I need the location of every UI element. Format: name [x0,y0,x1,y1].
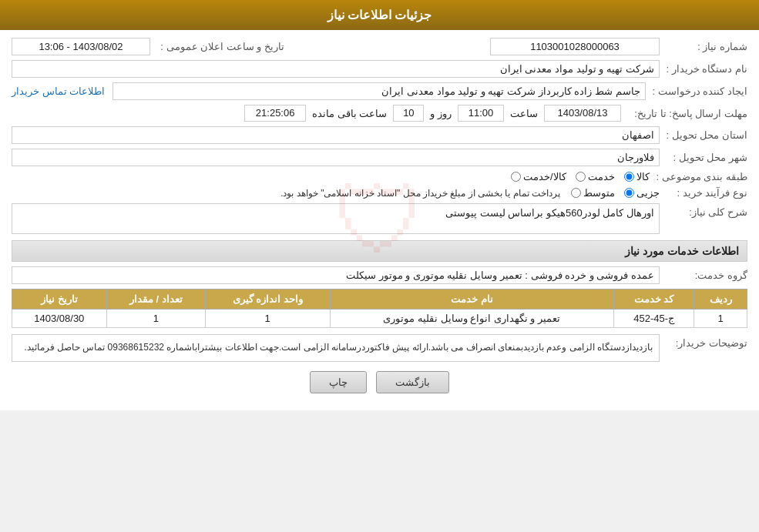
reply-deadline-label: مهلت ارسال پاسخ: تا تاریخ: [624,108,747,119]
reply-date: 1403/08/13 [544,105,621,122]
row-need-description: شرح کلی نیاز: اورهال کامل لودر560هیکو بر… [12,203,747,234]
cell-unit: 1 [205,309,330,328]
reply-remaining-label: ساعت باقی مانده [312,108,387,119]
back-button[interactable]: بازگشت [376,371,449,393]
need-description-value: اورهال کامل لودر560هیکو براساس لیست پیوس… [12,203,660,234]
row-service-group: گروه خدمت: عمده فروشی و خرده فروشی : تعم… [12,266,747,284]
col-code: کد خدمت [613,289,694,309]
services-section-header: اطلاعات خدمات مورد نیاز [12,240,747,262]
table-row: 1ج-45-452تعمیر و نگهداری انواع وسایل نقل… [12,309,747,328]
row-process-type: نوع فرآیند خرید : متوسط جزیی پرداخت تمام… [12,187,747,199]
row-buyer-notes: توضیحات خریدار: بازدیدازدستگاه الزامی وع… [12,334,747,362]
page-title: جزئیات اطلاعات نیاز [0,0,759,30]
creator-label: ایجاد کننده درخواست : [649,85,747,97]
print-button[interactable]: چاپ [310,371,367,393]
cell-quantity: 1 [106,309,205,328]
row-creator: ایجاد کننده درخواست : جاسم شط زاده کاربر… [12,82,747,100]
service-group-value: عمده فروشی و خرده فروشی : تعمیر وسایل نق… [12,266,660,284]
page-wrapper: جزئیات اطلاعات نیاز 🛡 شماره نیاز : 11030… [0,0,759,410]
row-need-number: شماره نیاز : 1103001028000063 تاریخ و سا… [12,38,747,55]
buyer-org-label: نام دستگاه خریدار : [663,63,747,75]
col-quantity: تعداد / مقدار [106,289,205,309]
reply-remaining: 21:25:06 [244,105,306,122]
col-unit: واحد اندازه گیری [205,289,330,309]
creator-value: جاسم شط زاده کاربرداز شرکت تهیه و تولید … [113,82,645,100]
row-buyer-org: نام دستگاه خریدار : شرکت تهیه و تولید مو… [12,60,747,78]
province-label: استان محل تحویل : [663,129,747,141]
announce-datetime-label: تاریخ و ساعت اعلان عمومی : [153,41,284,52]
need-number-label: شماره نیاز : [663,41,747,52]
services-table: ردیف کد خدمت نام خدمت واحد اندازه گیری ت… [12,289,747,328]
cell-code: ج-45-452 [613,309,694,328]
contact-link[interactable]: اطلاعات تماس خریدار [12,85,105,97]
process-option-motavasset[interactable]: متوسط [571,187,615,199]
cell-date: 1403/08/30 [12,309,107,328]
col-name: نام خدمت [330,289,613,309]
province-value: اصفهان [12,126,660,144]
city-value: فلاورجان [12,149,660,166]
announce-datetime-value: 1403/08/02 - 13:06 [12,38,150,55]
row-province: استان محل تحویل : اصفهان [12,126,747,144]
cell-name: تعمیر و نگهداری انواع وسایل نقلیه موتوری [330,309,613,328]
row-category: طبقه بندی موضوعی : کالا/خدمت خدمت کالا [12,171,747,182]
buyer-notes-value: بازدیدازدستگاه الزامی وعدم بازدیدبمنعای … [12,334,660,362]
category-label: طبقه بندی موضوعی : [653,171,747,182]
header-title: جزئیات اطلاعات نیاز [327,8,432,22]
category-option-kala-khedmat[interactable]: کالا/خدمت [511,171,566,182]
service-group-label: گروه خدمت: [663,269,747,281]
category-option-kala[interactable]: کالا [624,171,650,182]
buyer-notes-label: توضیحات خریدار: [663,334,747,349]
buyer-org-value: شرکت تهیه و تولید مواد معدنی ایران [12,60,660,78]
need-number-value: 1103001028000063 [490,38,660,55]
row-city: شهر محل تحویل : فلاورجان [12,149,747,166]
reply-day: 10 [393,105,424,122]
col-row: ردیف [694,289,747,309]
process-label: نوع فرآیند خرید : [663,187,747,199]
need-description-label: شرح کلی نیاز: [663,203,747,218]
reply-time-label: ساعت [510,108,538,119]
city-label: شهر محل تحویل : [663,152,747,163]
content-area: 🛡 شماره نیاز : 1103001028000063 تاریخ و … [0,30,759,410]
button-row: بازگشت چاپ [12,371,747,393]
process-radio-group: متوسط جزیی [571,187,660,199]
category-radio-group: کالا/خدمت خدمت کالا [511,171,650,182]
category-option-khedmat[interactable]: خدمت [576,171,615,182]
reply-time: 11:00 [458,105,504,122]
col-date: تاریخ نیاز [12,289,107,309]
reply-day-label: روز و [430,108,452,119]
process-note: پرداخت تمام یا بخشی از مبلغ خریداز محل "… [280,188,560,199]
row-reply-deadline: مهلت ارسال پاسخ: تا تاریخ: 1403/08/13 سا… [12,105,747,122]
cell-row: 1 [694,309,747,328]
process-option-jozei[interactable]: جزیی [624,187,660,199]
